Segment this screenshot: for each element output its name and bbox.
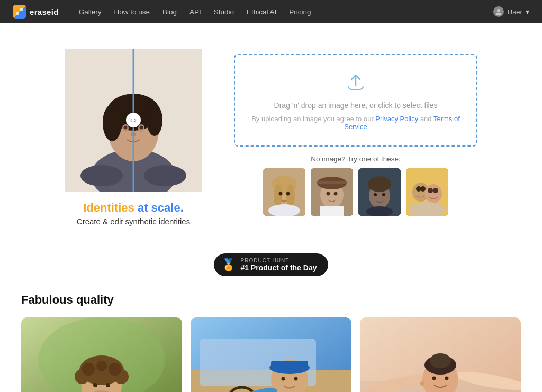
sample-images-section: No image? Try one of these: bbox=[234, 155, 477, 216]
slider-handle[interactable]: ⇔ bbox=[126, 113, 141, 127]
svg-point-86 bbox=[430, 353, 451, 368]
badge-text: PRODUCT HUNT #1 Product of the Day bbox=[241, 258, 317, 272]
svg-point-11 bbox=[103, 104, 122, 141]
logo-icon bbox=[13, 5, 26, 19]
svg-rect-1 bbox=[20, 8, 23, 11]
svg-point-61 bbox=[106, 383, 110, 387]
privacy-policy-link[interactable]: Privacy Policy bbox=[375, 115, 418, 123]
svg-point-23 bbox=[274, 184, 282, 207]
nav-blog[interactable]: Blog bbox=[157, 6, 182, 18]
upload-agreement-prefix: By uploading an image you agree to our bbox=[251, 115, 375, 123]
svg-point-89 bbox=[420, 381, 424, 386]
upload-icon bbox=[248, 74, 464, 95]
nav-gallery[interactable]: Gallery bbox=[74, 6, 107, 18]
quality-image-2 bbox=[191, 317, 351, 392]
badge-big-text: #1 Product of the Day bbox=[241, 263, 317, 272]
svg-point-76 bbox=[294, 377, 298, 381]
svg-point-12 bbox=[147, 104, 162, 136]
svg-point-75 bbox=[282, 377, 285, 381]
badge-section: 🏅 PRODUCT HUNT #1 Product of the Day bbox=[0, 253, 542, 276]
nav-pricing[interactable]: Pricing bbox=[284, 6, 316, 18]
sample-image-2[interactable] bbox=[311, 168, 353, 216]
sample-image-3[interactable] bbox=[358, 168, 401, 216]
medal-icon: 🏅 bbox=[221, 258, 236, 272]
hero-section: ⇔ Identities at scale. Create & edit syn… bbox=[0, 23, 542, 236]
svg-point-24 bbox=[286, 184, 295, 207]
product-hunt-badge[interactable]: 🏅 PRODUCT HUNT #1 Product of the Day bbox=[214, 253, 329, 276]
svg-point-5 bbox=[496, 13, 501, 16]
svg-point-59 bbox=[96, 361, 107, 371]
svg-rect-31 bbox=[317, 181, 347, 184]
svg-point-16 bbox=[140, 126, 143, 130]
svg-point-26 bbox=[286, 192, 290, 196]
svg-point-45 bbox=[420, 186, 426, 192]
upload-dropzone[interactable]: Drag 'n' drop an image here, or click to… bbox=[234, 54, 477, 147]
svg-point-38 bbox=[374, 193, 377, 196]
logo-text: eraseid bbox=[30, 7, 59, 16]
svg-rect-3 bbox=[20, 12, 23, 15]
svg-rect-0 bbox=[16, 8, 19, 11]
user-menu[interactable]: User ▾ bbox=[493, 6, 529, 17]
nav-studio[interactable]: Studio bbox=[209, 6, 239, 18]
upload-sub-text: By uploading an image you agree to our P… bbox=[248, 115, 464, 131]
svg-point-46 bbox=[428, 188, 433, 193]
navbar: eraseid Gallery How to use Blog API Stud… bbox=[0, 0, 542, 23]
svg-point-32 bbox=[327, 192, 330, 196]
quality-image-3 bbox=[360, 317, 521, 392]
quality-image-1 bbox=[21, 317, 182, 392]
nav-api[interactable]: API bbox=[184, 6, 206, 18]
sample-label: No image? Try one of these: bbox=[234, 155, 477, 163]
upload-main-text: Drag 'n' drop an image here, or click to… bbox=[248, 101, 464, 110]
hero-title: Identities at scale. bbox=[77, 201, 190, 215]
sample-image-1[interactable] bbox=[263, 168, 305, 216]
sample-image-list bbox=[234, 168, 477, 216]
logo[interactable]: eraseid bbox=[13, 5, 59, 19]
svg-point-19 bbox=[144, 165, 186, 186]
svg-rect-34 bbox=[320, 206, 344, 216]
comparison-slider[interactable]: ⇔ bbox=[65, 49, 202, 192]
svg-rect-2 bbox=[16, 12, 19, 15]
svg-point-25 bbox=[279, 192, 283, 196]
hero-title-scale: at scale. bbox=[138, 201, 184, 214]
nav-how-to-use[interactable]: How to use bbox=[109, 6, 155, 18]
svg-point-60 bbox=[93, 383, 97, 387]
hero-title-identities: Identities bbox=[83, 201, 134, 214]
svg-point-43 bbox=[425, 184, 442, 203]
svg-point-37 bbox=[368, 176, 391, 192]
badge-small-text: PRODUCT HUNT bbox=[241, 258, 317, 263]
hero-subtitle: Create & edit synthetic identities bbox=[77, 217, 190, 226]
user-avatar-icon bbox=[493, 6, 504, 17]
svg-point-39 bbox=[382, 193, 385, 196]
hero-left: ⇔ Identities at scale. Create & edit syn… bbox=[65, 49, 202, 226]
svg-point-18 bbox=[80, 165, 123, 186]
svg-point-4 bbox=[497, 9, 500, 12]
quality-title: Fabulous quality bbox=[21, 293, 521, 307]
svg-point-57 bbox=[82, 363, 95, 376]
user-chevron-icon: ▾ bbox=[526, 7, 529, 16]
svg-point-87 bbox=[432, 377, 436, 380]
quality-grid bbox=[21, 317, 521, 392]
svg-rect-74 bbox=[271, 361, 308, 370]
svg-point-15 bbox=[124, 126, 128, 130]
svg-point-58 bbox=[109, 363, 121, 376]
hero-caption: Identities at scale. Create & edit synth… bbox=[77, 201, 190, 226]
nav-ethical-ai[interactable]: Ethical AI bbox=[241, 6, 282, 18]
svg-point-88 bbox=[445, 377, 449, 380]
svg-point-33 bbox=[334, 192, 338, 196]
upload-and-text: and bbox=[420, 115, 433, 123]
nav-links: Gallery How to use Blog API Studio Ethic… bbox=[74, 6, 494, 18]
quality-section: Fabulous quality bbox=[0, 287, 542, 392]
svg-point-47 bbox=[433, 188, 438, 193]
user-label: User bbox=[507, 8, 522, 16]
sample-image-4[interactable] bbox=[406, 168, 448, 216]
hero-right: Drag 'n' drop an image here, or click to… bbox=[234, 49, 477, 216]
